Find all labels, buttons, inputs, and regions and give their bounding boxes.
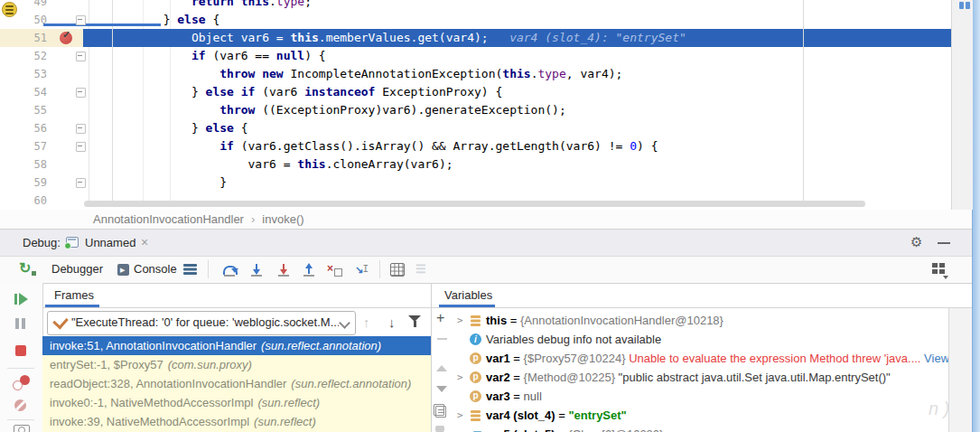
scrollbar-thumb[interactable] [435,426,444,432]
duplicate-watch-icon[interactable] [435,406,446,418]
trace-settings-icon[interactable]: ☰ [415,262,426,276]
debug-session-tab[interactable]: Unnamed × [61,230,161,256]
move-watch-down-icon[interactable] [436,386,447,392]
code-line: var6 = this.cloneArray(var6); [107,155,453,174]
frames-tab-underline [45,305,99,307]
variable-row[interactable]: var3 = null [452,387,951,406]
line-number[interactable]: 59 [0,174,47,192]
line-number[interactable]: 51 [0,29,47,47]
add-watch-icon[interactable]: + [436,311,444,325]
debug-toolwindow-header: Debug: Unnamed × ⚙ [0,230,972,257]
code-line: return this.type; [107,0,312,11]
run-to-cursor-icon[interactable]: ↘I [354,262,369,277]
evaluate-expression-icon[interactable] [390,263,405,277]
step-over-icon[interactable] [222,262,238,277]
variable-row[interactable]: var1 = {$Proxy57@10224} Unable to evalua… [452,349,951,368]
variables-tab-underline [439,305,495,307]
session-tab-label: Unnamed [85,230,135,256]
restore-layout-icon[interactable] [932,263,947,276]
thread-dump-icon[interactable] [14,425,30,432]
line-number[interactable]: 57 [0,137,47,155]
variable-row[interactable]: var5 (slot_5) = {Class[0]@10230} [452,425,951,432]
resume-icon[interactable] [14,293,29,305]
line-number[interactable]: 56 [0,119,47,137]
expand-chevron-icon[interactable]: > [457,406,463,425]
line-number[interactable]: 53 [0,65,47,83]
fold-marker-icon[interactable] [76,124,86,134]
toolbar-separator [379,260,380,278]
step-out-icon[interactable] [302,262,317,277]
view-link[interactable]: View [920,352,949,365]
variable-row[interactable]: >var4 (slot_4) = "entrySet" [452,406,951,425]
code-line: throw ((ExceptionProxy)var6).generateExc… [107,101,566,119]
frame-row[interactable]: readObject:328, AnnotationInvocationHand… [42,374,431,393]
param-icon [469,390,483,404]
horizontal-scrollbar[interactable] [84,201,865,207]
step-into-icon[interactable] [249,262,265,277]
tab-debugger[interactable]: Debugger [51,257,103,282]
rerun-icon[interactable]: ↻ [19,260,35,277]
error-stripe-mark[interactable] [959,2,964,9]
thread-selector[interactable]: "ExecuteThread: '0' for queue: 'weblogic… [47,311,356,335]
line-number[interactable]: 52 [0,47,47,65]
hide-frames-filter-icon[interactable] [408,315,421,328]
fold-marker-icon[interactable] [76,52,86,61]
error-stripe-mark[interactable] [966,2,970,9]
fold-marker-icon[interactable] [76,15,86,25]
right-margin-guide [803,0,804,201]
fold-marker-icon[interactable] [76,142,86,152]
frame-row[interactable]: invoke:39, NativeMethodAccessorImpl(sun.… [42,412,431,431]
code-editor[interactable]: 49 return this.type;50 } else {51 Object… [0,0,951,210]
session-tab-icon [66,237,79,248]
frames-panel-title[interactable]: Frames [54,283,94,307]
mute-breakpoints-icon[interactable] [14,399,26,411]
variable-name: this [486,314,507,327]
move-watch-up-icon[interactable] [436,365,447,371]
force-step-into-icon[interactable] [276,262,292,277]
close-icon[interactable]: × [141,230,148,256]
code-line: throw new IncompleteAnnotationException(… [107,65,622,83]
breadcrumb-method[interactable]: invoke() [260,212,305,226]
expand-chevron-icon[interactable]: > [457,311,463,330]
param-icon [469,371,483,385]
line-number[interactable]: 58 [0,155,47,174]
frame-row[interactable]: invoke:51, AnnotationInvocationHandler(s… [42,336,431,355]
view-breakpoints-icon[interactable] [13,375,30,390]
line-number[interactable]: 54 [0,83,47,101]
fold-marker-icon[interactable] [76,178,86,188]
variable-row[interactable]: Variables debug info not available [452,330,951,349]
fold-marker-icon[interactable] [76,88,86,98]
minimize-icon[interactable] [938,242,950,244]
breadcrumb-class[interactable]: AnnotationInvocationHandler [0,212,246,226]
line-number[interactable]: 60 [0,192,47,210]
menu-icon[interactable] [183,264,197,275]
info-icon [469,333,483,347]
prev-frame-icon[interactable]: ↑ [363,313,370,333]
frame-row[interactable]: entrySet:-1, $Proxy57(com.sun.proxy) [42,355,431,374]
expand-chevron-icon[interactable]: > [457,368,463,387]
variables-scrollbar-strip[interactable] [948,308,973,432]
pause-icon[interactable] [15,318,26,329]
param-icon [469,352,483,366]
ide-window: 49 return this.type;50 } else {51 Object… [0,0,980,432]
frame-row[interactable]: invoke0:-1, NativeMethodAccessorImpl(sun… [42,393,431,412]
variable-name: var1 [486,352,510,365]
watermark: n ) [929,399,949,419]
next-frame-icon[interactable]: ↓ [388,313,396,333]
variables-panel-title[interactable]: Variables [444,283,492,307]
gear-icon[interactable]: ⚙ [910,233,922,251]
variable-row[interactable]: >this = {AnnotationInvocationHandler@102… [452,311,951,330]
editor-scrollbar-strip[interactable] [951,0,973,210]
value-icon [469,314,483,328]
drop-frame-icon[interactable]: × [327,262,342,277]
toolbar-separator [208,260,209,278]
line-number[interactable]: 55 [0,101,47,119]
breakpoint-icon[interactable] [60,32,72,44]
stop-icon[interactable] [15,345,26,356]
thread-selector-value: "ExecuteThread: '0' for queue: 'weblogic… [71,312,339,333]
variable-name: var5 (slot_5) [486,427,555,432]
tab-console[interactable]: Console [134,257,177,282]
variable-value: {Method@10225} [524,371,619,384]
variable-row[interactable]: >var2 = {Method@10225} "public abstract … [452,368,951,387]
remove-watch-icon[interactable] [437,338,447,340]
